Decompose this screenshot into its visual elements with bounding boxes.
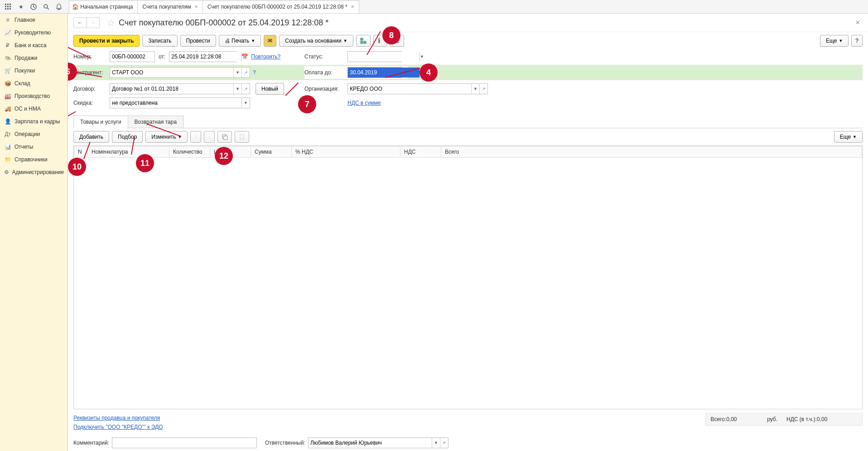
paste-button[interactable] xyxy=(235,131,249,143)
page-title: Счет покупателю 00БП-000002 от 25.04.201… xyxy=(119,18,328,28)
sidebar-item-warehouse[interactable]: 📦Склад xyxy=(0,77,68,90)
star-icon[interactable]: ★ xyxy=(15,1,26,12)
status-select[interactable]: ▼ xyxy=(347,51,402,62)
sidebar-item-catalogs[interactable]: 📁Справочники xyxy=(0,153,68,166)
new-contract-button[interactable]: Новый xyxy=(256,83,284,95)
sidebar-item-label: Склад xyxy=(14,80,30,87)
from-label: от: xyxy=(159,53,165,60)
col-vat[interactable]: НДС xyxy=(400,146,441,158)
more-button[interactable]: Еще▼ xyxy=(820,35,849,47)
tab-goods[interactable]: Товары и услуги xyxy=(73,116,128,128)
chevron-down-icon[interactable]: ▼ xyxy=(241,98,250,108)
tab-document[interactable]: Счет покупателю 00БП-000002 от 25.04.201… xyxy=(203,0,359,13)
col-n[interactable]: N xyxy=(74,146,88,158)
open-icon[interactable]: ↗ xyxy=(241,68,250,78)
history-icon[interactable] xyxy=(28,1,39,12)
responsible-input[interactable]: ▼ ↗ xyxy=(308,437,448,448)
bell-icon[interactable] xyxy=(53,1,64,12)
chevron-down-icon[interactable]: ▼ xyxy=(471,84,479,94)
tabs-area: 🏠 Начальная страница Счета покупателям ×… xyxy=(69,0,866,13)
factory-icon: 🏭 xyxy=(4,93,12,99)
close-doc-button[interactable]: × xyxy=(853,19,863,27)
repeat-link[interactable]: Повторять? xyxy=(251,53,280,60)
org-input[interactable]: ▼ ↗ xyxy=(347,83,488,94)
table-more-button[interactable]: Еще▼ xyxy=(834,131,863,143)
print-button[interactable]: 🖨 Печать▼ xyxy=(219,35,261,47)
number-input[interactable] xyxy=(110,51,155,62)
footer-row: Комментарий: Ответственный: ▼ ↗ xyxy=(68,435,868,451)
tab-home[interactable]: 🏠 Начальная страница xyxy=(69,0,138,13)
attach-button[interactable] xyxy=(373,35,387,47)
help-icon[interactable]: ? xyxy=(253,69,256,76)
close-icon[interactable]: × xyxy=(351,4,354,10)
sidebar-item-production[interactable]: 🏭Производство xyxy=(0,90,68,102)
col-total[interactable]: Всего xyxy=(441,146,862,158)
col-price[interactable]: Цена xyxy=(210,146,251,158)
help-icon[interactable]: ? xyxy=(405,69,408,76)
clear-icon[interactable]: × xyxy=(425,68,428,78)
save-button[interactable]: Записать xyxy=(142,35,177,47)
edo-link[interactable]: Подключить "ООО "КРЕДО"" к ЭДО xyxy=(73,424,163,430)
add-row-button[interactable]: Добавить xyxy=(73,131,109,143)
col-sum[interactable]: Сумма xyxy=(251,146,292,158)
create-based-button[interactable]: Создать на основании▼ xyxy=(279,35,353,47)
contract-input[interactable]: ▼ ↗ xyxy=(110,83,250,94)
forward-button[interactable]: → xyxy=(87,18,99,28)
col-vat-pct[interactable]: % НДС xyxy=(292,146,400,158)
tab-tare[interactable]: Возвратная тара xyxy=(128,116,184,128)
list-button[interactable] xyxy=(390,35,404,47)
sidebar-item-assets[interactable]: 🚚ОС и НМА xyxy=(0,102,68,115)
structure-button[interactable] xyxy=(356,35,371,47)
sidebar-item-sales[interactable]: 🛍Продажи xyxy=(0,52,68,64)
col-nomenclature[interactable]: Номенклатура xyxy=(88,146,169,158)
sidebar-item-reports[interactable]: 📊Отчеты xyxy=(0,141,68,153)
chevron-down-icon[interactable]: ▼ xyxy=(233,84,241,94)
favorite-icon[interactable]: ☆ xyxy=(107,17,115,28)
svg-rect-7 xyxy=(7,8,9,10)
pick-button[interactable]: Подбор xyxy=(112,131,143,143)
discount-select[interactable]: ▼ xyxy=(110,97,250,108)
open-icon[interactable]: ↗ xyxy=(440,438,448,448)
email-button[interactable]: ✉ xyxy=(264,35,276,47)
chevron-down-icon[interactable]: ▼ xyxy=(420,52,424,62)
move-up-button[interactable]: ↑ xyxy=(190,131,201,143)
post-and-close-button[interactable]: Провести и закрыть xyxy=(73,35,140,47)
chevron-down-icon[interactable]: ▼ xyxy=(233,68,241,78)
post-button[interactable]: Провести xyxy=(180,35,216,47)
sidebar-item-payroll[interactable]: 👤Зарплата и кадры xyxy=(0,115,68,128)
pay-until-input[interactable]: 📅 × xyxy=(347,67,402,78)
chevron-down-icon: ▼ xyxy=(839,39,843,43)
vat-mode-link[interactable]: НДС в сумме xyxy=(347,100,381,106)
change-button[interactable]: Изменить▼ xyxy=(145,131,188,143)
date-input[interactable]: 📅 xyxy=(169,51,237,62)
calendar-icon[interactable]: 📅 xyxy=(420,68,425,78)
sidebar-item-main[interactable]: ≡Главное xyxy=(0,14,68,26)
goods-table[interactable]: N Номенклатура Количество Цена Сумма % Н… xyxy=(73,145,863,409)
sidebar-item-admin[interactable]: ⚙Администрирование xyxy=(0,166,68,179)
search-icon[interactable] xyxy=(41,1,52,12)
chevron-down-icon[interactable]: ▼ xyxy=(432,438,440,448)
open-icon[interactable]: ↗ xyxy=(241,84,250,94)
svg-rect-13 xyxy=(364,41,366,44)
back-button[interactable]: ← xyxy=(74,18,87,28)
comment-label: Комментарий: xyxy=(73,440,109,446)
open-icon[interactable]: ↗ xyxy=(479,84,487,94)
sidebar-item-bank[interactable]: ₽Банк и касса xyxy=(0,39,68,52)
sidebar-item-manager[interactable]: 📈Руководителю xyxy=(0,26,68,39)
printer-icon: 🖨 xyxy=(225,38,230,44)
col-qty[interactable]: Количество xyxy=(169,146,210,158)
copy-button[interactable] xyxy=(217,131,232,143)
close-icon[interactable]: × xyxy=(195,4,198,10)
tab-list[interactable]: Счета покупателям × xyxy=(137,0,203,13)
sidebar-item-label: Производство xyxy=(14,93,50,99)
sidebar-item-purchases[interactable]: 🛒Покупки xyxy=(0,64,68,77)
comment-input[interactable] xyxy=(112,437,257,448)
help-button[interactable]: ? xyxy=(851,35,863,47)
sidebar-item-operations[interactable]: ДтОперации xyxy=(0,128,68,141)
box-icon: 📦 xyxy=(4,80,12,87)
requisites-link[interactable]: Реквизиты продавца и покупателя xyxy=(73,415,160,421)
move-down-button[interactable]: ↓ xyxy=(204,131,215,143)
nav-buttons: ← → xyxy=(73,17,100,28)
apps-icon[interactable] xyxy=(3,1,14,12)
counterparty-input[interactable]: ▼ ↗ xyxy=(110,67,250,78)
